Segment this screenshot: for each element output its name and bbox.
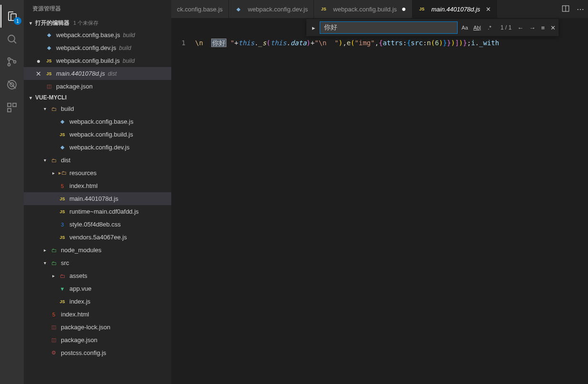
file-label: build <box>61 105 74 112</box>
find-expand-icon[interactable]: ▸ <box>309 24 318 31</box>
tree-item[interactable]: ◫package-lock.json <box>24 321 171 334</box>
code-editor[interactable]: 1 \n 你好 "+this._s(this.data)+"\n "),e("i… <box>171 18 588 384</box>
gear-icon: ⚙ <box>49 349 58 357</box>
chevron-icon: ▾ <box>42 106 48 111</box>
tree-item[interactable]: JSmain.4401078d.js <box>24 192 171 205</box>
open-editors-header[interactable]: ▾ 打开的编辑器 1 个未保存 <box>24 18 171 29</box>
tree-item[interactable]: 5index.html <box>24 308 171 321</box>
find-next-icon[interactable]: → <box>529 24 535 31</box>
js-icon: JS <box>58 297 67 306</box>
tree-item[interactable]: ◫package.json <box>24 334 171 346</box>
tree-item[interactable]: ▾🗀build <box>24 102 171 115</box>
tab-actions: ⋯ <box>558 0 588 18</box>
file-label: webpack.config.base.js <box>69 118 133 125</box>
tree-item[interactable]: ◆webpack.config.dev.js <box>24 141 171 154</box>
open-editors-status: 1 个未保存 <box>73 20 98 27</box>
more-icon[interactable]: ⋯ <box>577 5 584 14</box>
tree-item[interactable]: ▾🗀src <box>24 256 171 269</box>
svg-rect-6 <box>8 103 11 107</box>
open-editor-item[interactable]: ◆webpack.config.dev.jsbuild <box>24 41 171 54</box>
file-label: index.js <box>69 298 90 305</box>
tree-item[interactable]: ⚙postcss.config.js <box>24 346 171 359</box>
file-label: webpack.config.dev.js <box>56 44 116 51</box>
chevron-icon: ▸ <box>42 247 48 253</box>
extensions-icon[interactable] <box>0 96 23 119</box>
file-label: package-lock.json <box>61 324 110 331</box>
find-widget: ▸ Aa Ab| .* 1 / 1 ← → ≡ ✕ <box>306 19 559 36</box>
html-icon: 5 <box>49 310 58 319</box>
tree-item[interactable]: JSwebpack.config.build.js <box>24 128 171 141</box>
open-editor-extra[interactable]: ◫ package.json <box>24 80 171 93</box>
js-icon: JS <box>58 130 67 139</box>
file-label: index.html <box>61 311 89 318</box>
tree-item[interactable]: ▾🗀dist <box>24 154 171 167</box>
tree-item[interactable]: ◆webpack.config.base.js <box>24 115 171 128</box>
match-whole-word-icon[interactable]: Ab| <box>472 22 482 33</box>
tree-item[interactable]: JSruntime~main.cdf0afdd.js <box>24 205 171 218</box>
editor-tab[interactable]: JSwebpack.config.build.js● <box>314 0 412 18</box>
svg-rect-8 <box>8 108 11 112</box>
chevron-icon: ▾ <box>42 158 48 163</box>
open-editor-item[interactable]: ◆webpack.config.base.jsbuild <box>24 29 171 41</box>
chevron-icon: ▸ <box>50 170 56 176</box>
folder-dark-icon: ▸🗀 <box>58 169 67 177</box>
js-icon: JS <box>58 233 67 242</box>
file-path: dist <box>108 70 117 77</box>
tree-item[interactable]: JSvendors.5a4067ee.js <box>24 231 171 244</box>
file-label: dist <box>61 157 70 164</box>
js-icon: JS <box>58 195 67 203</box>
file-label: main.4401078d.js <box>69 195 118 202</box>
js-icon: JS <box>45 69 53 78</box>
tree-item[interactable]: 3style.05f4d8eb.css <box>24 218 171 231</box>
json-icon: ◫ <box>49 336 58 345</box>
folder-red-icon: 🗀 <box>58 272 67 280</box>
open-editors-label: 打开的编辑器 <box>35 19 69 27</box>
explorer-icon[interactable]: 1 <box>0 5 23 28</box>
tree-item[interactable]: ▸🗀node_modules <box>24 244 171 256</box>
editor-area: ck.config.base.js◆webpack.config.dev.jsJ… <box>171 0 588 384</box>
project-header[interactable]: ▾ VUE-MYCLI <box>24 93 171 102</box>
vue-icon: ◆ <box>58 143 67 152</box>
file-label: webpack.config.build.js <box>69 131 133 138</box>
editor-marker[interactable]: ✕ <box>32 70 45 78</box>
tree-item[interactable]: JSindex.js <box>24 295 171 308</box>
match-case-icon[interactable]: Aa <box>460 22 470 33</box>
tree-item[interactable]: ▼app.vue <box>24 282 171 295</box>
split-editor-icon[interactable] <box>561 4 570 14</box>
open-editor-item[interactable]: ✕JSmain.4401078d.jsdist <box>24 67 171 80</box>
svg-rect-7 <box>13 103 16 107</box>
svg-point-0 <box>8 35 15 42</box>
tab-label: webpack.config.dev.js <box>248 6 308 13</box>
find-selection-icon[interactable]: ≡ <box>541 24 545 31</box>
tree-item[interactable]: ▸▸🗀resources <box>24 167 171 179</box>
close-icon[interactable]: ✕ <box>486 6 491 13</box>
project-name: VUE-MYCLI <box>35 94 67 101</box>
file-label: runtime~main.cdf0afdd.js <box>69 208 139 215</box>
tree-item[interactable]: ▸🗀assets <box>24 269 171 282</box>
editor-tab[interactable]: ◆webpack.config.dev.js <box>229 0 314 18</box>
json-icon: ◫ <box>49 323 58 332</box>
editor-tab[interactable]: ck.config.base.js <box>171 0 229 18</box>
find-input[interactable] <box>320 21 458 34</box>
search-icon[interactable] <box>0 28 23 50</box>
find-count: 1 / 1 <box>500 24 511 31</box>
file-label: main.4401078d.js <box>56 70 105 77</box>
find-close-icon[interactable]: ✕ <box>550 24 556 31</box>
folder-icon: 🗀 <box>49 156 58 165</box>
file-label: package.json <box>56 83 93 90</box>
js-icon: JS <box>320 5 327 13</box>
regex-icon[interactable]: .* <box>484 22 495 33</box>
js-icon: JS <box>58 207 67 216</box>
minimap[interactable] <box>583 18 588 384</box>
tree-item[interactable]: 5index.html <box>24 179 171 192</box>
debug-icon[interactable] <box>0 73 23 96</box>
file-path: build <box>123 32 135 39</box>
file-label: package.json <box>61 336 98 344</box>
tabs-bar: ck.config.base.js◆webpack.config.dev.jsJ… <box>171 0 588 18</box>
open-editor-item[interactable]: ●JSwebpack.config.build.jsbuild <box>24 54 171 67</box>
activity-bar: 1 <box>0 0 24 384</box>
editor-marker[interactable]: ● <box>32 57 45 65</box>
editor-tab[interactable]: JSmain.4401078d.js✕ <box>412 0 498 18</box>
find-prev-icon[interactable]: ← <box>517 24 523 31</box>
scm-icon[interactable] <box>0 50 23 73</box>
